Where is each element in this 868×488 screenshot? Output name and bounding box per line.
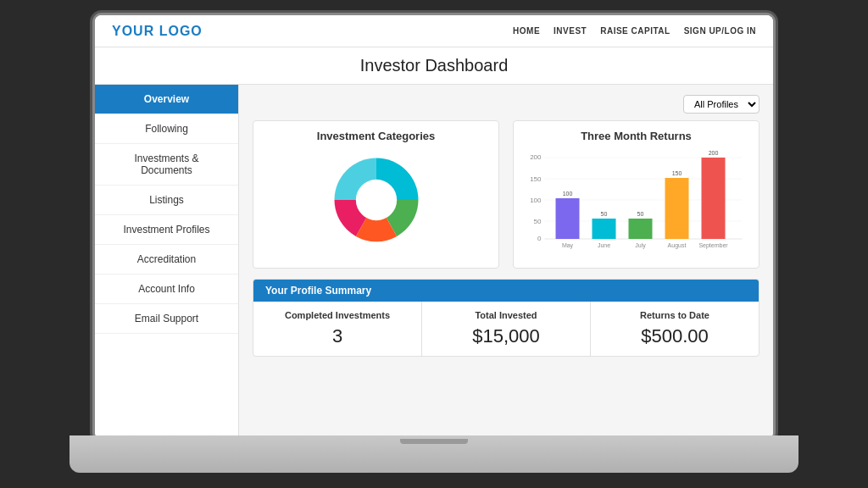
page-title: Investor Dashboard <box>103 56 765 75</box>
three-month-returns-chart: Three Month Returns 200 150 100 50 0 <box>513 120 760 269</box>
svg-text:200: 200 <box>530 153 542 161</box>
svg-rect-14 <box>593 219 616 239</box>
svg-text:150: 150 <box>530 175 542 183</box>
sidebar-item-email[interactable]: Email Support <box>95 304 238 334</box>
nav-raise-capital[interactable]: RAISE CAPITAL <box>600 26 670 36</box>
laptop-base <box>70 435 798 473</box>
svg-rect-23 <box>702 158 726 239</box>
bar-chart-svg: 200 150 100 50 0 <box>522 149 750 259</box>
svg-text:August: August <box>668 242 687 249</box>
svg-text:July: July <box>635 242 646 249</box>
profiles-select[interactable]: All Profiles Profile 1 Profile 2 <box>683 95 760 114</box>
pie-chart-svg <box>330 153 423 247</box>
sidebar-item-profiles[interactable]: Investment Profiles <box>95 215 238 245</box>
content-area: All Profiles Profile 1 Profile 2 Investm… <box>239 85 773 439</box>
profile-summary: Your Profile Summary Completed Investmen… <box>253 279 760 357</box>
sidebar-item-account[interactable]: Account Info <box>95 274 238 304</box>
nav-invest[interactable]: INVEST <box>554 26 587 36</box>
screen-content: YOUR LOGO HOME INVEST RAISE CAPITAL SIGN… <box>95 15 773 439</box>
invested-label: Total Invested <box>431 310 581 320</box>
svg-text:50: 50 <box>534 218 542 225</box>
summary-col-completed: Completed Investments 3 <box>253 302 422 356</box>
svg-text:100: 100 <box>530 197 542 204</box>
investment-categories-chart: Investment Categories <box>253 120 499 269</box>
charts-row: Investment Categories <box>253 120 760 269</box>
laptop-notch <box>400 439 468 444</box>
svg-text:50: 50 <box>637 211 644 217</box>
main-layout: Overview Following Investments & Documen… <box>95 85 773 439</box>
pie-container <box>262 149 490 251</box>
svg-point-0 <box>355 180 396 220</box>
sidebar-item-listings[interactable]: Listings <box>95 186 238 215</box>
sidebar-item-investments[interactable]: Investments & Documents <box>95 144 238 186</box>
laptop-wrapper: YOUR LOGO HOME INVEST RAISE CAPITAL SIGN… <box>70 15 798 473</box>
completed-value: 3 <box>262 325 413 347</box>
nav-home[interactable]: HOME <box>513 26 540 36</box>
completed-label: Completed Investments <box>262 310 413 320</box>
profiles-row: All Profiles Profile 1 Profile 2 <box>253 95 760 114</box>
svg-text:June: June <box>598 242 610 248</box>
svg-text:200: 200 <box>709 150 719 156</box>
svg-text:150: 150 <box>672 170 682 176</box>
page-title-bar: Investor Dashboard <box>95 47 773 85</box>
svg-text:0: 0 <box>537 235 542 242</box>
sidebar-item-accreditation[interactable]: Accreditation <box>95 245 238 274</box>
sidebar-item-overview[interactable]: Overview <box>95 85 238 114</box>
svg-rect-20 <box>665 178 689 239</box>
svg-rect-17 <box>629 219 653 239</box>
logo: YOUR LOGO <box>112 24 203 39</box>
svg-text:May: May <box>562 242 574 249</box>
svg-rect-11 <box>556 198 580 239</box>
svg-text:100: 100 <box>563 191 573 197</box>
svg-text:September: September <box>698 242 728 249</box>
summary-col-invested: Total Invested $15,000 <box>422 302 591 356</box>
three-month-returns-title: Three Month Returns <box>522 130 750 142</box>
profile-summary-body: Completed Investments 3 Total Invested $… <box>253 302 759 356</box>
laptop-screen: YOUR LOGO HOME INVEST RAISE CAPITAL SIGN… <box>95 15 773 439</box>
summary-col-returns: Returns to Date $500.00 <box>591 302 759 356</box>
nav-links: HOME INVEST RAISE CAPITAL SIGN UP/LOG IN <box>513 26 756 36</box>
returns-label: Returns to Date <box>599 310 750 320</box>
top-nav: YOUR LOGO HOME INVEST RAISE CAPITAL SIGN… <box>95 15 773 47</box>
nav-signup[interactable]: SIGN UP/LOG IN <box>684 26 756 36</box>
investment-categories-title: Investment Categories <box>262 130 490 142</box>
sidebar-item-following[interactable]: Following <box>95 114 238 144</box>
invested-value: $15,000 <box>431 325 581 347</box>
profile-summary-header: Your Profile Summary <box>253 280 759 302</box>
svg-text:50: 50 <box>601 211 608 217</box>
bar-chart-container: 200 150 100 50 0 <box>522 149 750 259</box>
returns-value: $500.00 <box>599 325 750 347</box>
sidebar: Overview Following Investments & Documen… <box>95 85 239 439</box>
